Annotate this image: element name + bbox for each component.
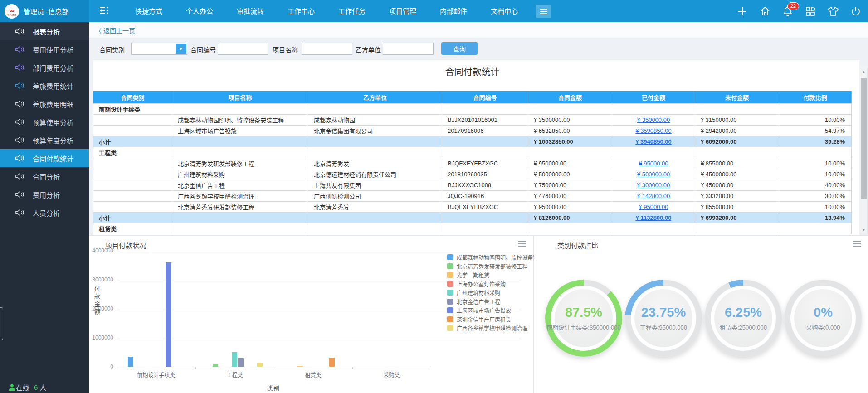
paid-cell: ¥ 350000.00 [612,115,695,125]
legend-item-5[interactable]: 北京金信广告工程 [447,298,500,305]
speaker-icon [15,100,24,107]
application-window: ∞ 华天动力 管理员 -信息部 快捷方式个人办公审批流转工作中心工作任务项目管理… [0,0,868,393]
apps-grid-icon[interactable] [805,5,816,17]
x-axis-tick [431,367,431,369]
table-title: 合同付款统计 [93,65,852,78]
sidebar-item-5[interactable]: 预算使用分析 [0,113,89,131]
table-scrollbar[interactable]: ▲ ▼ [860,68,868,234]
nav-item-4[interactable]: 工作任务 [327,0,377,22]
bar-租赁类-series-2[interactable] [297,366,303,367]
bar-chart-menu-icon[interactable] [518,241,526,247]
legend-item-2[interactable]: 光学一期租赁 [447,272,489,278]
table-cell [612,104,695,114]
logout-power-icon[interactable] [850,5,862,17]
speaker-icon [15,64,24,71]
y-axis-tick: 4000000 [90,247,113,254]
column-header-1: 项目名称 [172,91,308,103]
speaker-icon [15,46,24,53]
sidebar-item-4[interactable]: 差旅费用明细 [0,95,89,113]
filter-label-1: 合同编号 [190,45,216,54]
nav-item-5[interactable]: 项目管理 [377,0,428,22]
sidebar-item-6[interactable]: 预算年度分析 [0,131,89,149]
notifications-bell-icon[interactable]: 22 [782,5,794,17]
nav-item-6[interactable]: 内部邮件 [428,0,479,22]
back-link[interactable]: 〈 返回上一页 [95,26,135,35]
bar-前期设计手续类-series-0[interactable] [128,357,133,367]
sidebar-item-8[interactable]: 合同分析 [0,167,89,185]
sidebar-menu: 报表分析费用使用分析部门费用分析差旅费用统计差旅费用明细预算使用分析预算年度分析… [0,22,89,222]
menu-collapse-icon[interactable] [99,6,110,17]
add-icon[interactable] [736,5,748,17]
legend-item-4[interactable]: 广州建筑材料采购 [447,289,500,296]
paid-amount-link[interactable]: ¥ 300000.00 [637,182,670,189]
legend-item-1[interactable]: 北京清芳秀发研发部装修工程 [447,263,527,270]
nav-item-2[interactable]: 审批流转 [225,0,276,22]
bar-工程类-series-5[interactable] [238,358,244,367]
contract-type-select[interactable]: ▼ [131,43,187,55]
donut-gauge-1[interactable]: 23.75%工程类:95000.000 [625,280,702,357]
sidebar-item-7[interactable]: 合同付款统计 [0,149,89,167]
sidebar-item-1[interactable]: 费用使用分析 [0,40,89,58]
donut-percent: 87.5% [565,305,602,320]
bar-前期设计手续类-series-6[interactable] [166,262,171,367]
query-button[interactable]: 查询 [441,42,478,55]
theme-shirt-icon[interactable] [827,5,839,17]
paid-amount-link[interactable]: ¥ 500000.00 [637,171,670,178]
paid-amount-link[interactable]: ¥ 350000.00 [637,116,670,123]
column-header-2: 乙方单位 [308,91,442,103]
breadcrumb-bar: 〈 返回上一页 [89,22,868,38]
paid-amount-link[interactable]: ¥ 3590850.00 [635,127,672,134]
legend-item-8[interactable]: 广西各乡镇学校甲醛检测治理 [447,325,527,331]
table-cell [93,169,172,180]
nav-item-1[interactable]: 个人办公 [174,0,225,22]
legend-label: 广州建筑材料采购 [457,289,500,296]
legend-item-7[interactable]: 深圳金信生产厂房租赁 [447,316,511,323]
legend-item-6[interactable]: 上海区域市场广告投放 [447,307,511,314]
filter-input-3[interactable] [383,43,434,55]
ratio-cell: 30.00% [779,191,852,201]
nav-item-3[interactable]: 工作中心 [276,0,327,22]
paid-amount-link[interactable]: ¥ 142800.00 [637,193,670,199]
table-cell [93,126,172,136]
table-cell [528,223,612,234]
bar-工程类-series-1[interactable] [213,364,218,367]
filter-input-1[interactable] [218,43,268,55]
paid-amount-link[interactable]: ¥ 1132800.00 [636,214,672,221]
donut-chart-menu-icon[interactable] [853,241,861,247]
top-bar: ∞ 华天动力 管理员 -信息部 快捷方式个人办公审批流转工作中心工作任务项目管理… [0,0,868,22]
sidebar: 报表分析费用使用分析部门费用分析差旅费用统计差旅费用明细预算使用分析预算年度分析… [0,22,89,393]
scroll-down-icon[interactable]: ▼ [860,227,867,234]
donut-gauge-3[interactable]: 0%采购类:0.000 [785,280,862,357]
bar-租赁类-series-7[interactable] [329,358,335,367]
scrollbar-thumb[interactable] [861,78,867,199]
sidebar-item-2[interactable]: 部门费用分析 [0,58,89,77]
filter-input-2[interactable] [302,43,352,55]
paid-amount-link[interactable]: ¥ 95000.00 [639,204,668,210]
nav-more-button[interactable] [536,5,551,18]
bar-工程类-series-8[interactable] [257,363,263,367]
sidebar-item-3[interactable]: 差旅费用统计 [0,77,89,95]
home-icon[interactable] [759,5,771,17]
chevron-down-icon[interactable]: ▼ [176,44,186,54]
legend-item-3[interactable]: 上海办公室灯饰采购 [447,281,506,287]
nav-item-0[interactable]: 快捷方式 [123,0,174,22]
paid-amount-link[interactable]: ¥ 3940850.00 [635,138,672,145]
sidebar-item-9[interactable]: 费用分析 [0,185,89,204]
filter-label-0: 合同类别 [99,45,125,54]
paid-amount-link[interactable]: ¥ 95000.00 [639,160,668,167]
table-cell [442,213,528,223]
amount-cell: ¥ 950000.00 [528,202,612,212]
scroll-up-icon[interactable]: ▲ [860,68,867,76]
table-cell [172,147,308,158]
party-cell: 北京清芳秀发 [308,202,442,212]
donut-gauge-0[interactable]: 87.5%前期设计手续类:350000.000 [545,280,622,357]
sidebar-drawer-handle[interactable] [0,307,3,340]
nav-item-7[interactable]: 文档中心 [479,0,530,22]
donut-label: 租赁类:25000.000 [720,323,767,331]
y-axis-tick: 0 [90,364,113,370]
sidebar-item-0[interactable]: 报表分析 [0,22,89,40]
donut-gauge-2[interactable]: 6.25%租赁类:25000.000 [705,280,782,357]
bar-工程类-series-4[interactable] [232,352,237,367]
company-logo-icon: ∞ 华天动力 [5,4,19,19]
sidebar-item-10[interactable]: 人员分析 [0,204,89,222]
